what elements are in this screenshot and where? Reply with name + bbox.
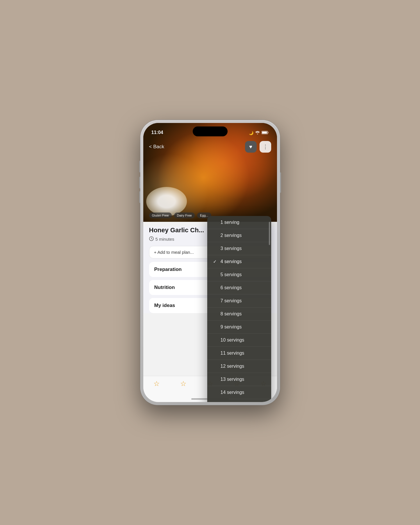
serving-option-label: 5 servings [221, 272, 242, 277]
serving-option-5[interactable]: 5 servings [207, 268, 271, 281]
serving-option-label: 2 servings [221, 233, 242, 238]
hero-image: < Back ♥ ⋮ Gluten Free Dairy Free Egg... [143, 123, 277, 222]
dynamic-island [193, 126, 228, 136]
status-icons: 🌙 [249, 131, 269, 135]
phone-frame: 11:04 🌙 [140, 120, 280, 405]
more-button[interactable]: ⋮ [260, 141, 271, 153]
serving-option-label: 6 servings [221, 285, 242, 290]
serving-option-label: 7 servings [221, 298, 242, 303]
nutrition-title: Nutrition [154, 285, 175, 290]
svg-point-0 [257, 134, 258, 135]
serving-option-label: 14 servings [221, 390, 244, 395]
nav-bar: < Back ♥ ⋮ [143, 138, 277, 156]
serving-option-12[interactable]: 12 servings [207, 360, 271, 373]
serving-option-8[interactable]: 8 servings [207, 308, 271, 321]
phone-screen: 11:04 🌙 [143, 123, 277, 402]
svg-rect-3 [262, 132, 267, 134]
clock-icon [149, 236, 154, 242]
scroll-indicator [269, 216, 270, 402]
add-meal-label: + Add to meal plan... [154, 250, 194, 255]
tag-dairy-free: Dairy Free [174, 212, 195, 218]
tag-gluten-free: Gluten Free [149, 212, 172, 218]
serving-option-label: 8 servings [221, 311, 242, 317]
heart-icon: ♥ [249, 144, 252, 150]
back-button[interactable]: < Back [149, 144, 164, 150]
serving-option-label: 13 servings [221, 377, 244, 382]
serving-option-13[interactable]: 13 servings [207, 373, 271, 386]
serving-option-label: 4 servings [221, 259, 242, 264]
serving-option-label: 1 serving [221, 220, 240, 225]
preparation-title: Preparation [154, 267, 182, 272]
servings-dropdown[interactable]: 1 serving2 servings3 servings✓4 servings… [207, 216, 271, 402]
checkmark-icon: ✓ [213, 259, 218, 264]
battery-icon [262, 131, 269, 135]
serving-option-4[interactable]: ✓4 servings [207, 255, 271, 268]
serving-option-9[interactable]: 9 servings [207, 321, 271, 334]
wifi-icon [255, 131, 260, 135]
serving-option-label: 10 servings [221, 338, 244, 343]
star-icon-2: ☆ [180, 380, 187, 388]
serving-option-label: 3 servings [221, 246, 242, 251]
tab-star-1[interactable]: ☆ [153, 380, 160, 388]
svg-rect-2 [268, 132, 268, 133]
serving-option-2[interactable]: 2 servings [207, 229, 271, 242]
serving-option-label: 12 servings [221, 364, 244, 369]
serving-option-6[interactable]: 6 servings [207, 281, 271, 294]
serving-option-3[interactable]: 3 servings [207, 242, 271, 255]
serving-option-14[interactable]: 14 servings [207, 386, 271, 399]
serving-option-1[interactable]: 1 serving [207, 216, 271, 229]
moon-icon: 🌙 [249, 131, 253, 135]
scroll-thumb [269, 222, 270, 245]
status-time: 11:04 [151, 130, 163, 135]
serving-option-10[interactable]: 10 servings [207, 334, 271, 347]
serving-option-label: 11 servings [221, 351, 244, 356]
more-icon: ⋮ [263, 144, 268, 150]
serving-option-label: 9 servings [221, 324, 242, 330]
serving-option-15[interactable]: 15 servings [207, 399, 271, 402]
my-ideas-title: My ideas [154, 303, 175, 308]
serving-option-11[interactable]: 11 servings [207, 347, 271, 360]
nav-actions: ♥ ⋮ [245, 141, 271, 153]
star-icon-1: ☆ [153, 380, 160, 388]
tab-star-2[interactable]: ☆ [180, 380, 187, 388]
favorite-button[interactable]: ♥ [245, 141, 257, 153]
serving-option-7[interactable]: 7 servings [207, 294, 271, 308]
recipe-time: 5 minutes [156, 237, 174, 242]
back-label: < Back [149, 144, 164, 150]
